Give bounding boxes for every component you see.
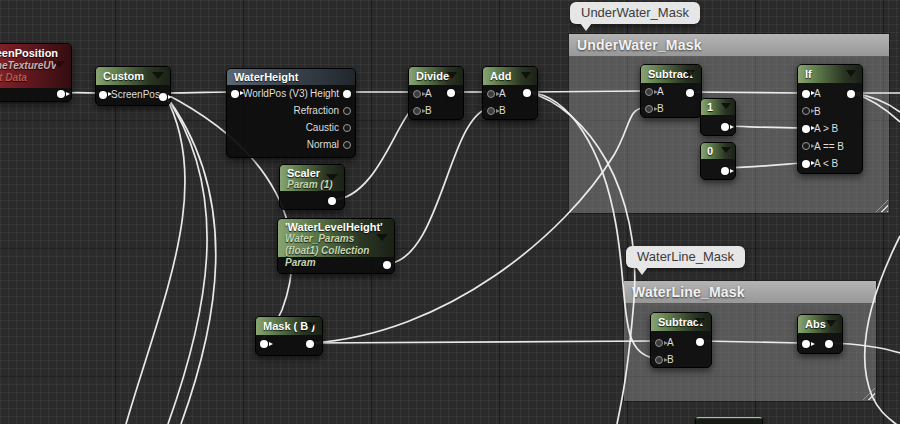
input-pin[interactable] <box>260 340 268 348</box>
node-scaler[interactable]: Scaler Param (1) <box>279 164 345 210</box>
node-subtract-underwater[interactable]: Subtract A B <box>640 64 702 118</box>
chevron-down-icon[interactable] <box>376 234 388 241</box>
chevron-down-icon[interactable] <box>306 322 316 329</box>
node-constant-one[interactable]: 1 <box>700 98 736 136</box>
node-screenposition[interactable]: ScreenPosition SceneTextureUV Input Data <box>0 43 72 102</box>
output-pin[interactable] <box>159 93 167 101</box>
input-pin-a-eq-b[interactable] <box>802 142 810 150</box>
node-divide[interactable]: Divide A B <box>408 66 464 120</box>
output-pin[interactable] <box>306 340 314 348</box>
node-add[interactable]: Add A B <box>482 66 538 120</box>
node-title: Divide <box>416 70 449 82</box>
node-subtitle: Water_Params <box>285 233 388 245</box>
comment-tooltip-underwater: UnderWater_Mask <box>570 2 700 24</box>
wire-custom-offscreen-2 <box>164 93 207 424</box>
input-pin-a-gt-b[interactable] <box>802 125 810 133</box>
node-waterheight[interactable]: WaterHeight WorldPos (V3) Height Refract… <box>226 68 356 158</box>
pin-label: A == B <box>810 138 848 155</box>
node-if[interactable]: If A B A > B A == B A < B <box>797 64 863 174</box>
node-title: If <box>805 68 812 80</box>
chevron-down-icon[interactable] <box>53 61 65 68</box>
input-pin-b[interactable] <box>802 107 810 115</box>
wire-custom-offscreen-1 <box>126 93 185 424</box>
tooltip-tail <box>580 23 592 31</box>
tooltip-tail <box>636 267 648 275</box>
output-pin[interactable] <box>825 340 833 348</box>
wire-custom-offscreen-3 <box>164 93 216 424</box>
output-pin-caustic[interactable] <box>343 124 351 132</box>
output-pin[interactable] <box>721 167 729 175</box>
node-value: 0 <box>707 145 713 157</box>
wire-custom-to-waterheight <box>164 92 232 93</box>
output-pin[interactable] <box>328 197 336 205</box>
pin-label: Normal <box>303 136 343 153</box>
node-title: Custom <box>103 70 144 82</box>
comment-title[interactable]: WaterLine_Mask <box>624 281 876 303</box>
node-partial-bottom[interactable] <box>695 417 763 424</box>
comment-title[interactable]: UnderWater_Mask <box>569 34 889 56</box>
output-pin[interactable] <box>686 89 694 97</box>
node-title: Abs <box>805 318 826 330</box>
input-pin-b[interactable] <box>487 107 495 115</box>
output-pin[interactable] <box>696 338 704 346</box>
pin-label: ScreenPos <box>107 86 164 103</box>
input-pin-a-lt-b[interactable] <box>802 160 810 168</box>
node-title: Add <box>490 70 511 82</box>
chevron-down-icon[interactable] <box>521 72 531 79</box>
chevron-down-icon[interactable] <box>326 174 338 181</box>
chevron-down-icon[interactable] <box>721 147 731 153</box>
chevron-down-icon[interactable] <box>152 72 164 79</box>
chevron-down-icon[interactable] <box>846 70 856 77</box>
output-pin[interactable] <box>847 90 855 98</box>
node-title: WaterHeight <box>234 71 298 83</box>
pin-label: Refraction <box>289 102 343 119</box>
output-pin[interactable] <box>523 89 531 97</box>
node-subtract-waterline[interactable]: Subtract A B <box>650 312 712 368</box>
input-pin-b[interactable] <box>655 356 663 364</box>
input-pin-a[interactable] <box>802 90 810 98</box>
pin-label: Caustic <box>302 119 343 136</box>
node-value: 1 <box>707 101 713 113</box>
node-custom[interactable]: Custom ScreenPos <box>95 66 171 106</box>
wire-waterlevel-to-add-b <box>388 109 486 264</box>
output-pin[interactable] <box>721 123 729 131</box>
chevron-down-icon[interactable] <box>826 320 836 327</box>
input-pin-b[interactable] <box>645 105 653 113</box>
material-graph-canvas[interactable]: UnderWater_Mask WaterLine_Mask <box>0 0 900 424</box>
output-pin-normal[interactable] <box>343 141 351 149</box>
output-pin[interactable] <box>447 89 455 97</box>
node-mask-b[interactable]: Mask ( B ) <box>255 316 323 356</box>
input-pin-a[interactable] <box>645 88 653 96</box>
wire-maskb-to-wl-subtract-a <box>311 341 654 343</box>
node-title: ScreenPosition <box>0 46 65 60</box>
input-pin-a[interactable] <box>487 90 495 98</box>
output-pin[interactable] <box>57 90 65 98</box>
pin-label: Height <box>306 85 343 102</box>
input-pin-b[interactable] <box>413 107 421 115</box>
node-subtitle: (float1) Collection Param <box>285 245 388 269</box>
output-pin[interactable] <box>383 261 391 269</box>
chevron-down-icon[interactable] <box>447 72 457 79</box>
chevron-down-icon[interactable] <box>685 70 695 77</box>
node-constant-zero[interactable]: 0 <box>700 142 736 180</box>
output-pin-refraction[interactable] <box>343 107 351 115</box>
comment-tooltip-waterline: WaterLine_Mask <box>626 246 745 268</box>
input-pin-a[interactable] <box>655 339 663 347</box>
input-pin-a[interactable] <box>413 90 421 98</box>
node-abs[interactable]: Abs <box>797 314 843 354</box>
chevron-down-icon[interactable] <box>695 318 705 325</box>
output-pin-height[interactable] <box>343 90 351 98</box>
input-pin[interactable] <box>802 340 810 348</box>
node-waterlevelheight[interactable]: 'WaterLevelHeight' Water_Params (float1)… <box>277 218 395 274</box>
input-pin[interactable] <box>99 91 107 99</box>
node-subtitle: Input Data <box>0 72 65 84</box>
chevron-down-icon[interactable] <box>721 103 731 109</box>
node-title: 'WaterLevelHeight' <box>285 221 388 233</box>
